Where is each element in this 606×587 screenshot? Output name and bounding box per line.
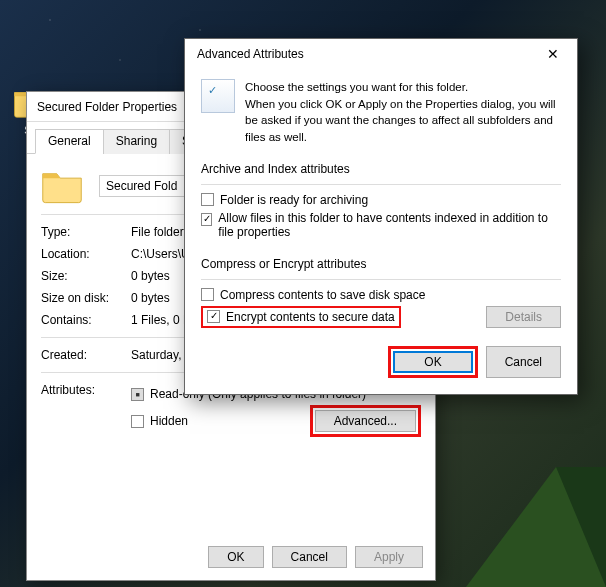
intro-line2: When you click OK or Apply on the Proper… xyxy=(245,96,561,146)
intro-line1: Choose the settings you want for this fo… xyxy=(245,79,561,96)
advanced-titlebar: Advanced Attributes ✕ xyxy=(185,39,577,69)
advanced-body: Choose the settings you want for this fo… xyxy=(185,69,577,394)
desktop-bg-tent xyxy=(466,467,606,587)
checkbox-encrypt[interactable] xyxy=(207,310,220,323)
highlight-advanced: Advanced... xyxy=(310,405,421,437)
checkbox-archive-ready[interactable] xyxy=(201,193,214,206)
advanced-button-row: OK Cancel xyxy=(201,346,561,378)
label-created: Created: xyxy=(41,348,131,362)
folder-icon xyxy=(41,168,83,204)
properties-button-row: OK Cancel Apply xyxy=(208,546,423,568)
checkbox-index-allow[interactable] xyxy=(201,213,212,226)
tab-sharing[interactable]: Sharing xyxy=(103,129,170,154)
checkbox-readonly[interactable] xyxy=(131,388,144,401)
label-type: Type: xyxy=(41,225,131,239)
divider xyxy=(201,279,561,280)
divider xyxy=(201,184,561,185)
advanced-button[interactable]: Advanced... xyxy=(315,410,416,432)
settings-sheet-icon xyxy=(201,79,235,113)
label-attributes: Attributes: xyxy=(41,383,121,397)
highlight-encrypt: Encrypt contents to secure data xyxy=(201,306,401,328)
details-button[interactable]: Details xyxy=(486,306,561,328)
label-archive-ready: Folder is ready for archiving xyxy=(220,193,368,207)
label-hidden: Hidden xyxy=(150,414,188,428)
label-size-on-disk: Size on disk: xyxy=(41,291,131,305)
label-location: Location: xyxy=(41,247,131,261)
checkbox-compress[interactable] xyxy=(201,288,214,301)
tab-general[interactable]: General xyxy=(35,129,104,154)
apply-button[interactable]: Apply xyxy=(355,546,423,568)
highlight-ok: OK xyxy=(388,346,477,378)
close-icon: ✕ xyxy=(547,46,559,62)
ok-button[interactable]: OK xyxy=(208,546,263,568)
label-size: Size: xyxy=(41,269,131,283)
advanced-title: Advanced Attributes xyxy=(197,47,304,61)
close-button[interactable]: ✕ xyxy=(533,41,573,67)
cancel-button[interactable]: Cancel xyxy=(272,546,347,568)
advanced-intro: Choose the settings you want for this fo… xyxy=(201,79,561,146)
checkbox-hidden[interactable] xyxy=(131,415,144,428)
ok-button[interactable]: OK xyxy=(393,351,472,373)
label-compress: Compress contents to save disk space xyxy=(220,288,425,302)
compress-group-label: Compress or Encrypt attributes xyxy=(201,257,561,271)
label-encrypt: Encrypt contents to secure data xyxy=(226,310,395,324)
label-index-allow: Allow files in this folder to have conte… xyxy=(218,211,561,239)
advanced-attributes-window: Advanced Attributes ✕ Choose the setting… xyxy=(184,38,578,395)
archive-group-label: Archive and Index attributes xyxy=(201,162,561,176)
label-contains: Contains: xyxy=(41,313,131,327)
cancel-button[interactable]: Cancel xyxy=(486,346,561,378)
